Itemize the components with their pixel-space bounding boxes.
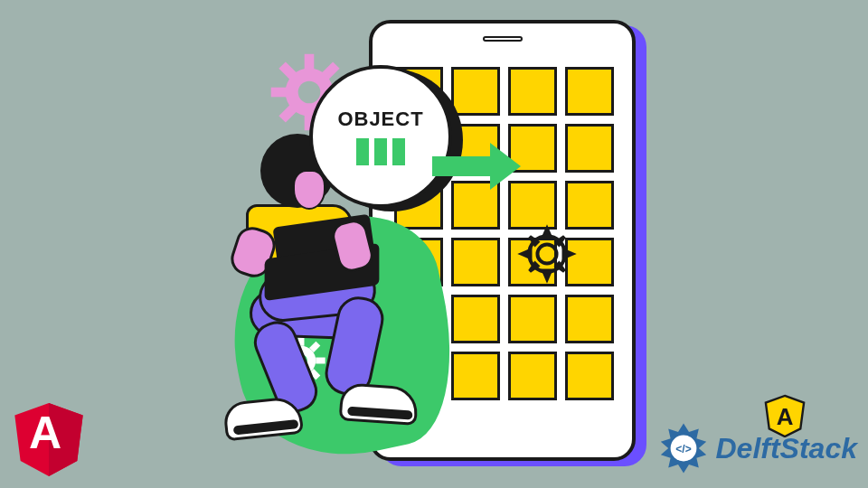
- delftstack-logo: </> DelftStack: [656, 421, 858, 475]
- angular-logo-icon: A: [9, 394, 89, 483]
- illustration-canvas: A: [0, 0, 868, 488]
- tablet-speaker: [483, 36, 523, 42]
- grid-tile: [451, 295, 500, 343]
- angular-letter: A: [29, 407, 61, 459]
- grid-tile: [508, 352, 557, 400]
- grid-tile: [565, 124, 614, 173]
- delftstack-text: DelftStack: [716, 432, 858, 465]
- grid-tile: [508, 67, 557, 116]
- svg-text:</>: </>: [675, 443, 691, 455]
- grid-tile: [565, 352, 614, 400]
- grid-tile: [565, 67, 614, 116]
- svg-rect-5: [305, 54, 315, 70]
- grid-tile: [451, 352, 500, 400]
- grid-tile: [451, 238, 500, 286]
- delftstack-badge-icon: </>: [656, 421, 711, 475]
- grid-tile: [451, 67, 500, 116]
- svg-rect-7: [271, 88, 288, 98]
- object-bubble: OBJECT: [309, 65, 452, 208]
- arrow-icon: [432, 143, 521, 190]
- bubble-bars-icon: [356, 138, 405, 165]
- gear-icon: [517, 224, 577, 284]
- svg-point-13: [298, 81, 321, 104]
- grid-tile: [565, 181, 614, 230]
- bubble-label: OBJECT: [337, 108, 423, 131]
- grid-tile: [565, 295, 614, 343]
- svg-point-1: [529, 236, 565, 272]
- grid-tile: [508, 295, 557, 343]
- svg-point-0: [537, 244, 556, 263]
- person-shoe: [222, 396, 304, 442]
